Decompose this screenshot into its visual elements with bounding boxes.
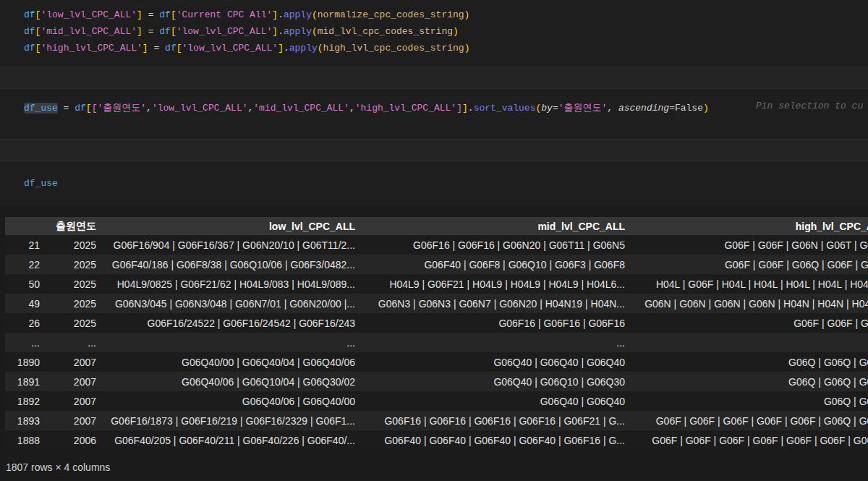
code-token: [	[171, 9, 176, 20]
code-editor[interactable]: df['low_lvl_CPC_ALL'] = df['Current CPC …	[24, 7, 868, 56]
table-cell: G06F16/1873 | G06F16/219 | G06F16/2329 |…	[102, 411, 361, 430]
table-cell: 2025	[46, 235, 102, 255]
table-cell: 2006	[46, 430, 102, 450]
code-token: 'low_lvl_CPC_ALL'	[41, 9, 137, 20]
code-token: apply	[289, 43, 318, 54]
code-token: ,	[607, 103, 618, 114]
table-cell: 2007	[46, 352, 102, 372]
code-token: ,	[349, 103, 355, 114]
table-cell: H04L9 | G06F21 | H04L9 | H04L9 | H04L9 |…	[361, 274, 631, 294]
code-token: ]	[272, 26, 278, 37]
row-index: ...	[5, 333, 46, 352]
code-token: )	[464, 43, 470, 54]
code-token: 'Current CPC All'	[176, 9, 273, 20]
code-cell-df-use-display[interactable]: df_use	[0, 161, 868, 206]
row-index: 50	[5, 274, 46, 294]
code-token: =	[148, 43, 165, 54]
table-row: 212025G06F16/904 | G06F16/367 | G06N20/1…	[5, 235, 868, 255]
table-row: 18922007G06Q40/06 | G06Q40/00G06Q40 | G0…	[5, 391, 868, 411]
table-cell: 2025	[46, 294, 102, 313]
table-header-row: 출원연도low_lvl_CPC_ALLmid_lvl_CPC_ALLhigh_l…	[5, 217, 868, 235]
code-editor[interactable]: df_use	[24, 175, 868, 192]
pin-selection-hint[interactable]: Pin selection to cu	[756, 101, 863, 111]
table-row: 492025G06N3/045 | G06N3/048 | G06N7/01 |…	[5, 294, 868, 313]
table-cell: G06Q40 | G06Q40	[361, 391, 631, 411]
table-cell: G06F16 | G06F16 | G06F16	[361, 313, 631, 333]
code-token: .	[468, 103, 474, 114]
code-token: .	[284, 43, 289, 54]
table-cell: G06F16 | G06F16 | G06F16 | G06F16 | G06F…	[361, 411, 631, 430]
code-line[interactable]: df_use = df[['출원연도','low_lvl_CPC_ALL','m…	[24, 100, 868, 116]
code-token: )	[703, 103, 709, 114]
table-cell: H04L9/0825 | G06F21/62 | H04L9/083 | H04…	[102, 274, 361, 294]
code-line[interactable]: df['high_lvl_CPC_ALL'] = df['low_lvl_CPC…	[24, 40, 868, 56]
table-cell: G06N3 | G06N3 | G06N7 | G06N20 | H04N19 …	[361, 294, 631, 313]
code-token: by	[541, 103, 553, 114]
code-editor[interactable]: df_use = df[['출원연도','low_lvl_CPC_ALL','m…	[24, 100, 868, 116]
code-token: ]	[456, 103, 462, 114]
code-token: ]	[278, 43, 284, 54]
table-cell: 2007	[46, 372, 102, 391]
code-token: df	[24, 9, 35, 20]
code-token: df	[165, 43, 176, 54]
code-token: '출원연도'	[97, 103, 146, 114]
table-cell: G06F40 | G06F8 | G06Q10 | G06F3 | G06F8	[361, 255, 631, 274]
code-token: [	[176, 43, 182, 54]
table-cell: ...	[102, 333, 361, 352]
table-cell: G06F40/186 | G06F8/38 | G06Q10/06 | G06F…	[102, 255, 361, 274]
row-index: 26	[5, 313, 46, 333]
code-cell-transform[interactable]: df['low_lvl_CPC_ALL'] = df['Current CPC …	[0, 0, 868, 67]
code-token: ]	[137, 26, 142, 37]
table-cell: 2007	[46, 391, 102, 411]
table-cell: G06Q40 | G06Q10 | G06Q30	[361, 372, 631, 391]
code-cell-df-use-assignment[interactable]: df_use = df[['출원연도','low_lvl_CPC_ALL','m…	[0, 89, 868, 139]
table-cell: G06Q | G06Q	[631, 391, 868, 411]
table-cell: G06Q40/06 | G06Q10/04 | G06Q30/02	[102, 372, 361, 391]
column-header: mid_lvl_CPC_ALL	[361, 217, 631, 235]
table-cell: G06Q | G06Q | G06Q	[631, 372, 868, 391]
code-token: df	[24, 26, 35, 37]
table-row: 222025G06F40/186 | G06F8/38 | G06Q10/06 …	[5, 255, 868, 274]
column-header	[5, 217, 46, 235]
table-cell: 2025	[46, 255, 102, 274]
code-token: ]	[137, 9, 142, 20]
table-cell: G06F | G06F | G06N | G06T | G06N	[631, 235, 868, 255]
column-header: high_lvl_CPC_ALL	[631, 217, 868, 235]
code-token: df	[24, 43, 35, 54]
table-cell: G06Q40/00 | G06Q40/04 | G06Q40/06	[102, 352, 361, 372]
table-row: 502025H04L9/0825 | G06F21/62 | H04L9/083…	[5, 274, 868, 294]
code-line[interactable]: df['low_lvl_CPC_ALL'] = df['Current CPC …	[24, 7, 868, 23]
row-index: 1891	[5, 372, 46, 391]
table-row: 18932007G06F16/1873 | G06F16/219 | G06F1…	[5, 411, 868, 430]
table-cell: G06Q | G06Q | G06Q	[631, 352, 868, 372]
code-line[interactable]: df['mid_lvl_CPC_ALL'] = df['low_lvl_CPC_…	[24, 23, 868, 40]
table-row: ...............	[5, 333, 868, 352]
code-token: normalize_cpc_codes_string	[318, 9, 464, 20]
code-token: =	[142, 26, 159, 37]
code-line[interactable]: df_use	[24, 175, 868, 192]
table-cell: ...	[631, 333, 868, 352]
code-token: df_use	[24, 103, 58, 114]
table-cell: G06F | G06F | G06F	[631, 313, 868, 333]
table-cell: 2007	[46, 411, 102, 430]
table-cell: H04L | G06F | H04L | H04L | H04L | H04L …	[631, 274, 868, 294]
code-token: .	[278, 9, 284, 20]
code-token: 'mid_lvl_CPC_ALL'	[41, 26, 137, 37]
table-cell: 2025	[46, 313, 102, 333]
code-token: 'low_lvl_CPC_ALL'	[182, 43, 278, 54]
table-cell: G06N | G06N | G06N | G06N | H04N | H04N …	[631, 294, 868, 313]
code-token: .	[278, 26, 284, 37]
table-cell: ...	[361, 333, 631, 352]
table-cell: 2025	[46, 274, 102, 294]
table-cell: G06F16/24522 | G06F16/24542 | G06F16/243	[102, 313, 361, 333]
code-token: apply	[284, 26, 312, 37]
table-cell: G06F40/205 | G06F40/211 | G06F40/226 | G…	[102, 430, 361, 450]
code-token: 'mid_lvl_CPC_ALL'	[253, 103, 349, 114]
table-cell: G06F | G06F | G06F | G06F | G06F | G06Q …	[631, 411, 868, 430]
code-token: df	[159, 9, 171, 20]
code-token: False	[675, 103, 703, 114]
code-token: ]	[142, 43, 148, 54]
row-index: 1890	[5, 352, 46, 372]
table-cell: G06F | G06F | G06Q | G06F | G06F	[631, 255, 868, 274]
code-token: 'low_lvl_CPC_ALL'	[152, 103, 248, 114]
